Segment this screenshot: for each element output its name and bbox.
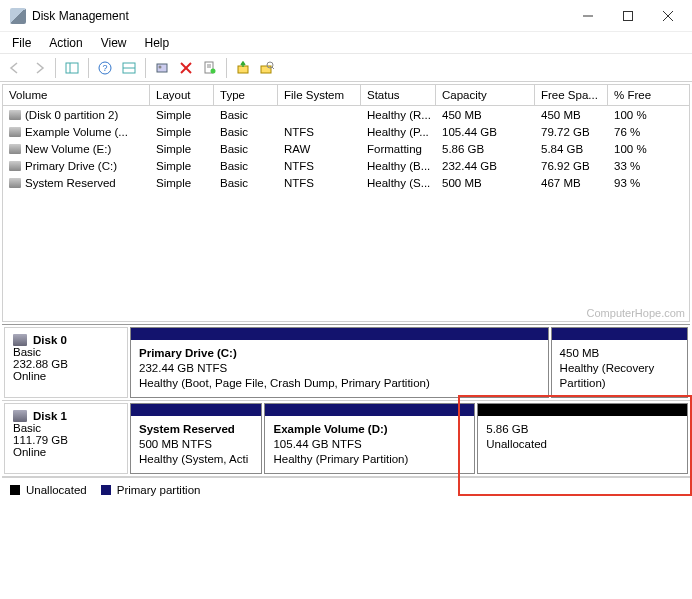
col-capacity[interactable]: Capacity <box>436 85 535 105</box>
action2-icon[interactable] <box>256 57 278 79</box>
disk-header[interactable]: Disk 0Basic232.88 GBOnline <box>4 327 128 398</box>
partition-info: Example Volume (D:)105.44 GB NTFSHealthy… <box>265 416 474 473</box>
title-bar: Disk Management <box>0 0 692 32</box>
volume-list: (Disk 0 partition 2)SimpleBasicHealthy (… <box>2 106 690 322</box>
unallocated-partition[interactable]: 5.86 GBUnallocated <box>477 403 688 474</box>
col-layout[interactable]: Layout <box>150 85 214 105</box>
disk-icon <box>13 410 27 422</box>
disk-graphical-view: Disk 0Basic232.88 GBOnlinePrimary Drive … <box>2 324 690 477</box>
menu-bar: File Action View Help <box>0 32 692 54</box>
back-icon <box>4 57 26 79</box>
col-type[interactable]: Type <box>214 85 278 105</box>
properties-icon[interactable] <box>199 57 221 79</box>
volume-icon <box>9 144 21 154</box>
view-icon[interactable] <box>61 57 83 79</box>
svg-rect-4 <box>66 63 78 73</box>
primary-partition[interactable]: 450 MBHealthy (Recovery Partition) <box>551 327 688 398</box>
disk-header[interactable]: Disk 1Basic111.79 GBOnline <box>4 403 128 474</box>
close-button[interactable] <box>648 2 688 30</box>
legend-unallocated-swatch <box>10 485 20 495</box>
volume-icon <box>9 161 21 171</box>
partition-info: 5.86 GBUnallocated <box>478 416 687 458</box>
svg-rect-1 <box>624 11 633 20</box>
partition-bar <box>131 404 261 416</box>
partition-bar <box>478 404 687 416</box>
volume-icon <box>9 127 21 137</box>
menu-view[interactable]: View <box>93 34 135 52</box>
forward-icon <box>28 57 50 79</box>
table-header: Volume Layout Type File System Status Ca… <box>2 84 690 106</box>
table-row[interactable]: System ReservedSimpleBasicNTFSHealthy (S… <box>3 174 689 191</box>
svg-point-17 <box>211 68 216 73</box>
delete-icon[interactable] <box>175 57 197 79</box>
refresh-icon[interactable] <box>151 57 173 79</box>
watermark: ComputerHope.com <box>587 307 685 319</box>
app-icon <box>10 8 26 24</box>
settings-icon[interactable] <box>118 57 140 79</box>
partition-info: Primary Drive (C:)232.44 GB NTFSHealthy … <box>131 340 548 397</box>
partitions-container: System Reserved500 MB NTFSHealthy (Syste… <box>130 403 688 474</box>
volume-icon <box>9 110 21 120</box>
table-row[interactable]: Example Volume (...SimpleBasicNTFSHealth… <box>3 123 689 140</box>
svg-point-11 <box>159 65 162 68</box>
legend-primary-swatch <box>101 485 111 495</box>
table-row[interactable]: Primary Drive (C:)SimpleBasicNTFSHealthy… <box>3 157 689 174</box>
menu-action[interactable]: Action <box>41 34 90 52</box>
partition-bar <box>265 404 474 416</box>
col-status[interactable]: Status <box>361 85 436 105</box>
disk-row: Disk 1Basic111.79 GBOnlineSystem Reserve… <box>2 401 690 477</box>
table-row[interactable]: New Volume (E:)SimpleBasicRAWFormatting5… <box>3 140 689 157</box>
disk-row: Disk 0Basic232.88 GBOnlinePrimary Drive … <box>2 325 690 401</box>
partition-info: System Reserved500 MB NTFSHealthy (Syste… <box>131 416 261 473</box>
partitions-container: Primary Drive (C:)232.44 GB NTFSHealthy … <box>130 327 688 398</box>
table-row[interactable]: (Disk 0 partition 2)SimpleBasicHealthy (… <box>3 106 689 123</box>
svg-text:?: ? <box>102 63 107 73</box>
partition-bar <box>552 328 687 340</box>
primary-partition[interactable]: Primary Drive (C:)232.44 GB NTFSHealthy … <box>130 327 549 398</box>
legend-primary-label: Primary partition <box>117 484 201 496</box>
menu-file[interactable]: File <box>4 34 39 52</box>
col-file-system[interactable]: File System <box>278 85 361 105</box>
action1-icon[interactable] <box>232 57 254 79</box>
svg-rect-18 <box>238 66 248 73</box>
col-pct-free[interactable]: % Free <box>608 85 678 105</box>
menu-help[interactable]: Help <box>137 34 178 52</box>
volume-icon <box>9 178 21 188</box>
toolbar: ? <box>0 54 692 82</box>
svg-rect-10 <box>157 64 167 72</box>
legend-unallocated-label: Unallocated <box>26 484 87 496</box>
maximize-button[interactable] <box>608 2 648 30</box>
window-title: Disk Management <box>32 9 568 23</box>
primary-partition[interactable]: System Reserved500 MB NTFSHealthy (Syste… <box>130 403 262 474</box>
col-volume[interactable]: Volume <box>3 85 150 105</box>
primary-partition[interactable]: Example Volume (D:)105.44 GB NTFSHealthy… <box>264 403 475 474</box>
col-free-space[interactable]: Free Spa... <box>535 85 608 105</box>
partition-bar <box>131 328 548 340</box>
help-icon[interactable]: ? <box>94 57 116 79</box>
disk-icon <box>13 334 27 346</box>
partition-info: 450 MBHealthy (Recovery Partition) <box>552 340 687 397</box>
svg-line-21 <box>272 67 274 69</box>
svg-rect-19 <box>261 66 271 73</box>
legend: Unallocated Primary partition <box>2 477 690 502</box>
minimize-button[interactable] <box>568 2 608 30</box>
